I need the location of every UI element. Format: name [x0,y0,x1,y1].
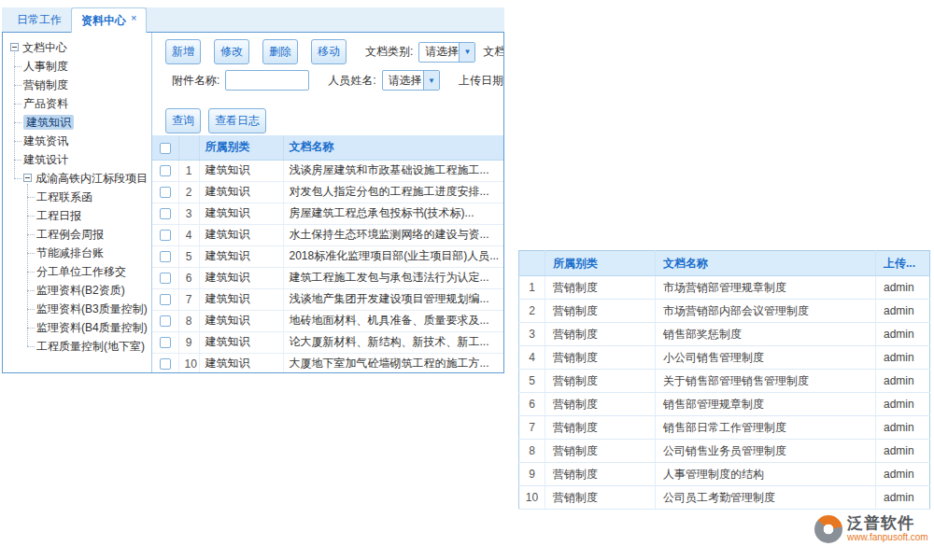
tree-item[interactable]: 建筑设计 [8,150,151,169]
vendor-branding: 泛普软件 www.fanpusoft.com [814,514,928,543]
view-log-button[interactable]: 查看日志 [208,108,266,133]
doc-name-column-header: 文档名称 [283,135,503,160]
tree-item[interactable]: 分工单位工作移交 [8,262,151,281]
doc-category-select[interactable]: 请选择 ▼ [418,42,475,63]
tree-item[interactable]: 工程例会周报 [8,225,151,244]
row-doc-name[interactable]: 地砖地面材料、机具准备、质量要求及... [283,310,503,331]
table-row[interactable]: 5营销制度关于销售部管理销售管理制度admin [519,370,930,393]
row-category: 建筑知识 [199,203,283,224]
delete-button[interactable]: 删除 [262,39,298,64]
table-row[interactable]: 4营销制度小公司销售管理制度admin [519,346,930,370]
row-doc-name[interactable]: 水土保持生态环境监测网络的建设与资... [283,224,503,245]
person-name-select[interactable]: 请选择 ▼ [382,70,440,91]
tree-root[interactable]: 文档中心 [8,38,151,57]
row-doc-name[interactable]: 房屋建筑工程总承包投标书(技术标)... [283,203,503,224]
table-row[interactable]: 1营销制度市场营销部管理规章制度admin [519,276,930,300]
row-doc-name[interactable]: 小公司销售管理制度 [656,346,876,370]
row-checkbox[interactable] [160,208,171,219]
row-doc-name[interactable]: 建筑工程施工发包与承包违法行为认定... [283,267,503,288]
tree-item[interactable]: 工程质量控制(地下室) [8,337,151,356]
row-category: 营销制度 [545,463,656,486]
row-checkbox[interactable] [160,251,171,262]
table-row[interactable]: 3营销制度销售部奖惩制度admin [519,323,930,346]
table-row[interactable]: 3建筑知识房屋建筑工程总承包投标书(技术标)... [152,203,503,224]
tree-item-label: 监理资料(B4质量控制) [36,321,148,334]
row-doc-name[interactable]: 市场营销部管理规章制度 [656,276,876,300]
table-row[interactable]: 5建筑知识2018标准化监理项目部(业主项目部)人员... [152,245,503,267]
tree-item[interactable]: 监理资料(B2资质) [8,281,151,300]
tab-data-center-label: 资料中心 [81,14,126,27]
tree-item[interactable]: 工程日报 [8,206,151,225]
brand-text: 泛普软件 www.fanpusoft.com [847,514,928,543]
row-checkbox[interactable] [160,165,171,176]
table-row[interactable]: 7建筑知识浅谈地产集团开发建设项目管理规划编... [152,288,503,310]
row-doc-name[interactable]: 大厦地下室加气砼墙砌筑工程的施工方... [283,353,503,372]
row-doc-name[interactable]: 浅谈房屋建筑和市政基础设施工程施工... [283,160,503,181]
tree-item[interactable]: 建筑知识 [8,113,151,132]
row-category: 建筑知识 [199,245,283,267]
table-row[interactable]: 10建筑知识大厦地下室加气砼墙砌筑工程的施工方... [152,353,503,372]
row-checkbox[interactable] [160,294,171,305]
row-checkbox[interactable] [160,315,171,327]
row-doc-name[interactable]: 关于销售部管理销售管理制度 [656,370,876,393]
attachment-name-input[interactable] [225,70,309,91]
table-row[interactable]: 8建筑知识地砖地面材料、机具准备、质量要求及... [152,310,503,331]
table-row[interactable]: 6营销制度销售部管理规章制度admin [519,393,930,416]
document-center-window: 日常工作 资料中心× 文档中心 人事制度营销制度产品资料建筑知识建筑资讯建筑设计… [2,7,504,373]
table-row[interactable]: 2营销制度市场营销部内部会议管理制度admin [519,300,930,323]
row-doc-name[interactable]: 浅谈地产集团开发建设项目管理规划编... [283,288,503,310]
tree-item[interactable]: 监理资料(B4质量控制) [8,318,151,337]
row-checkbox[interactable] [160,337,171,348]
row-uploader: admin [876,300,930,323]
tab-data-center[interactable]: 资料中心× [71,7,147,33]
modify-button[interactable]: 修改 [214,39,249,64]
table-row[interactable]: 6建筑知识建筑工程施工发包与承包违法行为认定... [152,267,503,288]
row-doc-name[interactable]: 公司员工考勤管理制度 [656,486,876,510]
table-row[interactable]: 1建筑知识浅谈房屋建筑和市政基础设施工程施工... [152,160,503,181]
doc-category-label: 文档类别: [365,44,413,60]
table-row[interactable]: 9建筑知识论大厦新材料、新结构、新技术、新工... [152,331,503,353]
move-button[interactable]: 移动 [311,39,347,64]
table-row[interactable]: 8营销制度公司销售业务员管理制度admin [519,440,930,463]
row-doc-name[interactable]: 销售部管理规章制度 [656,393,876,416]
query-button[interactable]: 查询 [165,108,201,133]
tree-item[interactable]: 工程联系函 [8,188,151,206]
category-column-header: 所属别类 [199,135,283,160]
row-doc-name[interactable]: 销售部奖惩制度 [656,323,876,346]
close-icon[interactable]: × [131,12,136,23]
tree-item[interactable]: 营销制度 [8,76,151,94]
table-row[interactable]: 4建筑知识水土保持生态环境监测网络的建设与资... [152,224,503,245]
tree-item[interactable]: 建筑资讯 [8,132,151,150]
tab-daily-work-label: 日常工作 [17,13,62,26]
row-checkbox-cell [152,224,178,245]
row-number: 5 [178,245,199,267]
table-row[interactable]: 9营销制度人事管理制度的结构admin [519,463,930,486]
row-doc-name[interactable]: 公司销售业务员管理制度 [656,440,876,463]
row-doc-name[interactable]: 市场营销部内部会议管理制度 [656,300,876,323]
tree-item[interactable]: 产品资料 [8,94,151,113]
row-doc-name[interactable]: 销售部日常工作管理制度 [656,416,876,440]
table-row[interactable]: 10营销制度公司员工考勤管理制度admin [519,486,930,510]
collapse-icon[interactable] [10,43,19,51]
row-doc-name[interactable]: 论大厦新材料、新结构、新技术、新工... [283,331,503,353]
select-all-checkbox[interactable] [160,143,171,154]
row-doc-name[interactable]: 2018标准化监理项目部(业主项目部)人员... [283,245,503,267]
row-checkbox[interactable] [160,358,171,370]
row-checkbox[interactable] [160,187,171,198]
row-doc-name[interactable]: 对发包人指定分包的工程施工进度安排... [283,181,503,203]
tree-item[interactable]: 节能减排台账 [8,244,151,262]
tree-item[interactable]: 人事制度 [8,57,151,76]
row-checkbox[interactable] [160,273,171,284]
row-checkbox[interactable] [160,230,171,241]
doc-name-label-clipped: 文档 [483,44,503,60]
row-checkbox-cell [152,353,178,372]
collapse-icon[interactable] [23,174,32,182]
tab-daily-work[interactable]: 日常工作 [7,7,71,32]
add-button[interactable]: 新增 [165,39,201,64]
row-doc-name[interactable]: 人事管理制度的结构 [656,463,876,486]
tree-item[interactable]: 成渝高铁内江标段项目 [8,169,151,188]
table-row[interactable]: 7营销制度销售部日常工作管理制度admin [519,416,930,440]
tree-item-label: 监理资料(B3质量控制) [36,302,148,315]
table-row[interactable]: 2建筑知识对发包人指定分包的工程施工进度安排... [152,181,503,203]
tree-item[interactable]: 监理资料(B3质量控制) [8,300,151,318]
